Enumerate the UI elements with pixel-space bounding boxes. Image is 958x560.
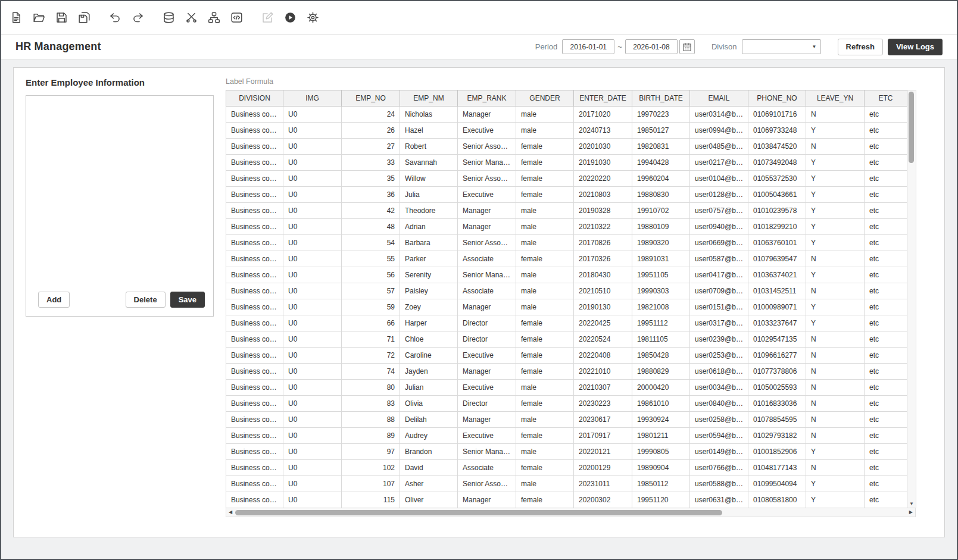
table-row[interactable]: Business consul...U035WillowSenior Assoc…	[226, 171, 907, 187]
cell-etc[interactable]: etc	[865, 251, 907, 267]
cell-emp_nm[interactable]: Nicholas	[400, 107, 458, 123]
cell-emp_rank[interactable]: Executive	[458, 348, 516, 364]
cell-etc[interactable]: etc	[865, 348, 907, 364]
column-header-img[interactable]: IMG	[283, 90, 342, 107]
cell-phone_no[interactable]: 01077378806	[748, 364, 806, 380]
horizontal-scrollbar-thumb[interactable]	[235, 510, 722, 515]
cell-emp_no[interactable]: 89	[342, 428, 400, 444]
cell-phone_no[interactable]: 01029547135	[748, 331, 806, 348]
cell-img[interactable]: U0	[283, 219, 342, 235]
cell-img[interactable]: U0	[283, 315, 342, 331]
cell-email[interactable]: user0940@bim...	[690, 219, 748, 235]
cell-emp_nm[interactable]: Willow	[400, 171, 458, 187]
cell-emp_no[interactable]: 55	[342, 251, 400, 267]
cell-leave_yn[interactable]: Y	[806, 476, 865, 492]
cell-birth_date[interactable]: 19951105	[632, 267, 690, 283]
cell-emp_rank[interactable]: Associate	[458, 283, 516, 299]
cell-phone_no[interactable]: 01078854595	[748, 412, 806, 428]
cell-emp_rank[interactable]: Manager	[458, 107, 516, 123]
cell-emp_nm[interactable]: Parker	[400, 251, 458, 267]
cell-phone_no[interactable]: 01048177143	[748, 460, 806, 476]
cell-img[interactable]: U0	[283, 380, 342, 396]
cell-emp_rank[interactable]: Executive	[458, 187, 516, 203]
cell-leave_yn[interactable]: N	[806, 283, 865, 299]
cell-img[interactable]: U0	[283, 444, 342, 460]
cell-email[interactable]: user0253@bim...	[690, 348, 748, 364]
cell-emp_nm[interactable]: Zoey	[400, 299, 458, 315]
cell-division[interactable]: Business consul...	[226, 123, 283, 139]
cell-gender[interactable]: male	[516, 299, 574, 315]
cell-emp_no[interactable]: 57	[342, 283, 400, 299]
cell-division[interactable]: Business consul...	[226, 139, 283, 155]
cell-phone_no[interactable]: 01096616277	[748, 348, 806, 364]
cell-division[interactable]: Business consul...	[226, 203, 283, 219]
cell-phone_no[interactable]: 01050025593	[748, 380, 806, 396]
column-header-emp_nm[interactable]: EMP_NM	[400, 90, 458, 107]
cell-leave_yn[interactable]: N	[806, 331, 865, 348]
cell-emp_no[interactable]: 102	[342, 460, 400, 476]
cell-phone_no[interactable]: 01029793182	[748, 428, 806, 444]
cell-birth_date[interactable]: 19990303	[632, 283, 690, 299]
cell-emp_nm[interactable]: Harper	[400, 315, 458, 331]
cell-leave_yn[interactable]: N	[806, 364, 865, 380]
cell-emp_no[interactable]: 26	[342, 123, 400, 139]
cell-birth_date[interactable]: 19850428	[632, 348, 690, 364]
cell-gender[interactable]: male	[516, 123, 574, 139]
cell-phone_no[interactable]: 01099504094	[748, 476, 806, 492]
cell-division[interactable]: Business consul...	[226, 251, 283, 267]
cell-emp_no[interactable]: 66	[342, 315, 400, 331]
edit-button[interactable]	[260, 10, 275, 26]
cell-leave_yn[interactable]: Y	[806, 219, 865, 235]
cell-emp_rank[interactable]: Manager	[458, 203, 516, 219]
cell-email[interactable]: user0417@bim...	[690, 267, 748, 283]
cell-phone_no[interactable]: 01033237647	[748, 315, 806, 331]
division-select[interactable]: ▼	[742, 39, 821, 54]
cell-division[interactable]: Business consul...	[226, 331, 283, 348]
cell-leave_yn[interactable]: N	[806, 460, 865, 476]
cell-birth_date[interactable]: 19910702	[632, 203, 690, 219]
cell-leave_yn[interactable]: N	[806, 139, 865, 155]
cell-email[interactable]: user0709@bim...	[690, 283, 748, 299]
cell-etc[interactable]: etc	[865, 219, 907, 235]
cell-emp_rank[interactable]: Senior Associate	[458, 476, 516, 492]
cell-enter_date[interactable]: 20170826	[574, 235, 632, 251]
cell-division[interactable]: Business consul...	[226, 348, 283, 364]
cell-etc[interactable]: etc	[865, 460, 907, 476]
cell-etc[interactable]: etc	[865, 123, 907, 139]
cell-emp_rank[interactable]: Senior Manager	[458, 267, 516, 283]
cell-leave_yn[interactable]: N	[806, 412, 865, 428]
cell-emp_nm[interactable]: Julian	[400, 380, 458, 396]
cell-birth_date[interactable]: 19930924	[632, 412, 690, 428]
cell-phone_no[interactable]: 01038474520	[748, 139, 806, 155]
cell-enter_date[interactable]: 20230617	[574, 412, 632, 428]
cell-emp_nm[interactable]: Paisley	[400, 283, 458, 299]
cell-img[interactable]: U0	[283, 267, 342, 283]
cell-gender[interactable]: female	[516, 251, 574, 267]
cell-etc[interactable]: etc	[865, 267, 907, 283]
cell-email[interactable]: user0149@bim...	[690, 444, 748, 460]
cell-emp_no[interactable]: 88	[342, 412, 400, 428]
table-row[interactable]: Business consul...U088DelilahManagermale…	[226, 412, 907, 428]
cell-enter_date[interactable]: 20220408	[574, 348, 632, 364]
cell-gender[interactable]: female	[516, 187, 574, 203]
cell-birth_date[interactable]: 19951120	[632, 492, 690, 508]
cell-gender[interactable]: female	[516, 315, 574, 331]
cell-emp_rank[interactable]: Executive	[458, 428, 516, 444]
cell-img[interactable]: U0	[283, 299, 342, 315]
cell-emp_nm[interactable]: Chloe	[400, 331, 458, 348]
cell-emp_nm[interactable]: Julia	[400, 187, 458, 203]
cell-leave_yn[interactable]: N	[806, 428, 865, 444]
cell-img[interactable]: U0	[283, 235, 342, 251]
cell-leave_yn[interactable]: N	[806, 107, 865, 123]
cell-email[interactable]: user0485@bim...	[690, 139, 748, 155]
cell-emp_nm[interactable]: David	[400, 460, 458, 476]
cell-etc[interactable]: etc	[865, 380, 907, 396]
cell-enter_date[interactable]: 20201030	[574, 139, 632, 155]
cell-emp_no[interactable]: 59	[342, 299, 400, 315]
cell-etc[interactable]: etc	[865, 412, 907, 428]
cell-birth_date[interactable]: 19990805	[632, 444, 690, 460]
cell-phone_no[interactable]: 01069101716	[748, 107, 806, 123]
cell-enter_date[interactable]: 20200129	[574, 460, 632, 476]
cell-birth_date[interactable]: 19890904	[632, 460, 690, 476]
cell-birth_date[interactable]: 19801211	[632, 428, 690, 444]
